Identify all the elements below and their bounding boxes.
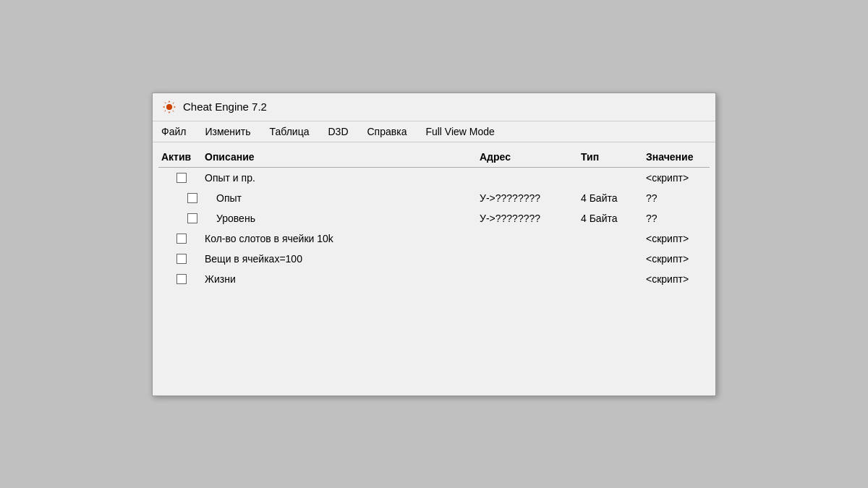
checkbox-icon[interactable] (176, 254, 187, 264)
header-address: Адрес (477, 150, 578, 164)
main-window: Cheat Engine 7.2 Файл Изменить Таблица D… (152, 93, 716, 396)
row-description-1-2: Уровень (216, 213, 255, 224)
checkbox-icon[interactable] (176, 274, 187, 284)
description-cell-1: Опыт и пр. (202, 171, 477, 185)
value-cell-1-1: ?? (643, 191, 730, 205)
description-cell-1-1: Опыт (202, 191, 477, 205)
checkbox-icon[interactable] (187, 193, 197, 203)
row-description-4: Жизни (205, 273, 236, 285)
description-cell-3: Вещи в ячейках=100 (202, 252, 477, 266)
active-checkbox-2[interactable] (158, 234, 202, 244)
type-cell-1-2: 4 Байта (578, 211, 643, 226)
cheat-table: Актив Описание Адрес Тип Значение Опыт и… (153, 142, 715, 294)
type-cell-3 (578, 257, 643, 260)
address-cell-3 (477, 257, 578, 260)
description-cell-2: Кол-во слотов в ячейки 10k (202, 231, 477, 246)
value-cell-1: <скрипт> (643, 171, 730, 185)
menu-help[interactable]: Справка (365, 124, 410, 139)
value-cell-3: <скрипт> (643, 252, 730, 266)
table-row: Опыт У->???????? 4 Байта ?? (158, 188, 710, 208)
value-cell-1-2: ?? (643, 211, 730, 226)
address-cell-1-2: У->???????? (477, 211, 578, 226)
active-checkbox-1-1[interactable] (158, 193, 202, 203)
checkbox-icon[interactable] (176, 234, 187, 244)
active-checkbox-1-2[interactable] (158, 213, 202, 223)
title-bar: Cheat Engine 7.2 (153, 93, 715, 121)
row-description-2: Кол-во слотов в ячейки 10k (205, 233, 333, 244)
window-title: Cheat Engine 7.2 (183, 100, 267, 113)
value-cell-2: <скрипт> (643, 231, 730, 246)
table-row: Вещи в ячейках=100 <скрипт> (158, 249, 710, 269)
menu-fullview[interactable]: Full View Mode (422, 124, 497, 139)
address-cell-1 (477, 176, 578, 179)
active-checkbox-3[interactable] (158, 254, 202, 264)
type-cell-1 (578, 176, 643, 179)
row-description-1-1: Опыт (216, 192, 242, 204)
description-cell-4: Жизни (202, 272, 477, 286)
address-cell-2 (477, 237, 578, 240)
header-type: Тип (578, 150, 643, 164)
menu-bar: Файл Изменить Таблица D3D Справка Full V… (153, 121, 715, 142)
app-icon (161, 99, 177, 115)
header-value: Значение (643, 150, 730, 164)
checkbox-icon[interactable] (176, 173, 187, 183)
active-checkbox-4[interactable] (158, 274, 202, 284)
address-cell-4 (477, 278, 578, 281)
type-cell-1-1: 4 Байта (578, 191, 643, 205)
table-header: Актив Описание Адрес Тип Значение (158, 147, 710, 168)
active-checkbox-1[interactable] (158, 173, 202, 183)
menu-table[interactable]: Таблица (267, 124, 312, 139)
table-row: Уровень У->???????? 4 Байта ?? (158, 208, 710, 228)
header-description: Описание (202, 150, 477, 164)
table-row: Жизни <скрипт> (158, 269, 710, 289)
address-cell-1-1: У->???????? (477, 191, 578, 205)
row-description-3: Вещи в ячейках=100 (205, 253, 302, 265)
menu-edit[interactable]: Изменить (202, 124, 253, 139)
checkbox-icon[interactable] (187, 213, 197, 223)
menu-d3d[interactable]: D3D (325, 124, 351, 139)
description-cell-1-2: Уровень (202, 211, 477, 226)
menu-file[interactable]: Файл (158, 124, 189, 139)
value-cell-4: <скрипт> (643, 272, 730, 286)
row-description-1: Опыт и пр. (205, 172, 255, 184)
table-row: Опыт и пр. <скрипт> (158, 168, 710, 188)
header-active: Актив (158, 150, 202, 164)
type-cell-2 (578, 237, 643, 240)
type-cell-4 (578, 278, 643, 281)
table-row: Кол-во слотов в ячейки 10k <скрипт> (158, 228, 710, 249)
svg-point-2 (169, 106, 171, 108)
